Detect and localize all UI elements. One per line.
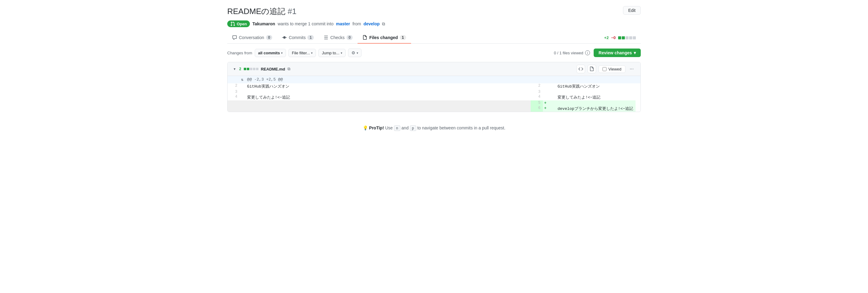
- left-marker-5: [240, 100, 245, 106]
- left-line-num-4: 4: [227, 94, 240, 100]
- raw-view-button[interactable]: [588, 65, 596, 73]
- all-commits-dropdown[interactable]: all commits ▾: [255, 49, 286, 57]
- hunk-header-row: ⇅ @@ -2,3 +2,5 @@: [227, 76, 641, 83]
- code-view-button[interactable]: [577, 65, 585, 73]
- pr-author: Takumaron: [252, 22, 275, 26]
- code-icon: [578, 67, 583, 71]
- diff-mini-bar: [244, 68, 258, 70]
- tab-commits[interactable]: Commits 1: [277, 32, 319, 44]
- diff-file-header-left: ▾ 2 README.md ⧉: [232, 66, 290, 72]
- review-changes-button[interactable]: Review changes ▾: [594, 48, 641, 57]
- collapse-button[interactable]: ▾: [232, 66, 237, 72]
- left-marker-2: [240, 83, 245, 89]
- diff-file-header: ▾ 2 README.md ⧉: [227, 62, 641, 76]
- gear-icon: ⚙: [351, 50, 355, 55]
- gear-dropdown[interactable]: ⚙ ▾: [348, 48, 362, 57]
- diff-bar-seg-5: [633, 36, 636, 39]
- review-changes-arrow: ▾: [634, 50, 636, 55]
- files-viewed-label: 0 / 1 files viewed: [554, 51, 583, 55]
- right-content-5: [555, 100, 636, 106]
- left-content-3: [245, 89, 531, 94]
- mini-bar-seg-2: [247, 68, 249, 70]
- toolbar: Changes from all commits ▾ File filter..…: [227, 48, 641, 57]
- diff-line-3: 4 変更してみたよ!<−追記 4 変更してみたよ!<−追記: [227, 94, 641, 100]
- toolbar-left: Changes from all commits ▾ File filter..…: [227, 48, 550, 57]
- tab-checks[interactable]: Checks 0: [319, 32, 358, 44]
- hunk-right-content: [636, 76, 641, 83]
- diff-line-5: 6 + developブランチから変更したよ!<−追記: [227, 106, 641, 112]
- mini-bar-seg-3: [250, 68, 252, 70]
- pr-title: READMEの追記 #1: [227, 6, 297, 17]
- pr-title-text: READMEの追記: [227, 7, 285, 16]
- pr-number: #1: [287, 7, 297, 16]
- tab-checks-count: 0: [346, 35, 353, 40]
- jump-to-dropdown[interactable]: Jump to... ▾: [318, 49, 345, 57]
- diff-bar: [618, 36, 636, 39]
- filename: README.md: [261, 67, 285, 71]
- diff-line-1: 2 GitHub実践ハンズオン 2 GitHub実践ハンズオン: [227, 83, 641, 89]
- edit-button[interactable]: Edit: [623, 6, 641, 15]
- pro-tip-icon: 💡: [363, 125, 368, 130]
- tab-conversation[interactable]: Conversation 0: [227, 32, 277, 44]
- pro-tip-bold: ProTip!: [369, 125, 384, 130]
- hunk-expand-icon: ⇅: [240, 76, 245, 83]
- right-marker-6: +: [543, 106, 555, 112]
- right-line-num-5: 5: [531, 100, 543, 106]
- pro-tip-text1: Use: [385, 125, 394, 130]
- from-text: from: [352, 22, 361, 26]
- mini-bar-seg-5: [256, 68, 258, 70]
- right-marker-2: [543, 83, 555, 89]
- right-line-num-3: 3: [531, 89, 543, 94]
- diff-line-2: 3 3: [227, 89, 641, 94]
- tab-conversation-count: 0: [266, 35, 273, 40]
- tab-files-changed-count: 1: [400, 35, 406, 40]
- jump-to-arrow: ▾: [341, 51, 342, 54]
- conversation-icon: [232, 35, 237, 40]
- tab-files-changed-label: Files changed: [369, 35, 398, 40]
- diff-file-header-right: Viewed ···: [577, 65, 636, 73]
- pro-tip-end: to navigate between commits in a pull re…: [417, 125, 505, 130]
- tabs-bar: Conversation 0 Commits 1 Checks 0 Files …: [227, 32, 641, 44]
- diff-additions-count: 2: [239, 67, 241, 71]
- copy-branch-icon[interactable]: ⧉: [382, 22, 385, 27]
- tab-files-changed[interactable]: Files changed 1: [358, 32, 411, 44]
- copy-filename-icon[interactable]: ⧉: [287, 67, 290, 71]
- files-changed-icon: [363, 35, 367, 40]
- hunk-right-num: [543, 76, 555, 83]
- file-filter-arrow: ▾: [311, 51, 313, 54]
- review-changes-label: Review changes: [598, 50, 632, 55]
- file-filter-dropdown[interactable]: File filter... ▾: [288, 49, 316, 57]
- left-line-num-3: 3: [227, 89, 240, 94]
- tab-commits-label: Commits: [289, 35, 306, 40]
- left-marker-6: [240, 106, 245, 112]
- base-branch-link[interactable]: master: [336, 22, 350, 26]
- diff-table: ⇅ @@ -2,3 +2,5 @@ 2 GitHub実践ハンズオン 2 GitH…: [227, 76, 641, 112]
- mini-bar-seg-4: [253, 68, 255, 70]
- pr-subtitle: Open Takumaron wants to merge 1 commit i…: [227, 21, 641, 27]
- left-line-num-2: 2: [227, 83, 240, 89]
- diff-bar-seg-1: [618, 36, 621, 39]
- more-options-button[interactable]: ···: [628, 66, 636, 72]
- all-commits-label: all commits: [258, 51, 280, 55]
- pr-description: wants to merge 1 commit into: [278, 22, 334, 26]
- open-badge: Open: [227, 21, 250, 27]
- toolbar-right: 0 / 1 files viewed i Review changes ▾: [554, 48, 641, 57]
- viewed-checkbox-button[interactable]: Viewed: [598, 65, 625, 73]
- changes-from-label: Changes from: [227, 51, 252, 55]
- diff-content: ⇅ @@ -2,3 +2,5 @@ 2 GitHub実践ハンズオン 2 GitH…: [227, 76, 641, 112]
- key-n: n: [394, 125, 400, 131]
- left-content-4: 変更してみたよ!<−追記: [245, 94, 531, 100]
- head-branch-link[interactable]: develop: [363, 22, 379, 26]
- viewed-checkbox[interactable]: [602, 67, 607, 71]
- left-line-num-6: [227, 106, 240, 112]
- right-marker-5: +: [543, 100, 555, 106]
- files-viewed-info-icon[interactable]: i: [585, 50, 590, 55]
- diff-line-4: 5 +: [227, 100, 641, 106]
- diff-bar-seg-2: [622, 36, 625, 39]
- left-marker-4: [240, 94, 245, 100]
- left-content-6: [245, 106, 531, 112]
- hunk-header-content: @@ -2,3 +2,5 @@: [245, 76, 543, 83]
- pro-tip: 💡 ProTip! Use n and p to navigate betwee…: [227, 119, 641, 137]
- right-marker-3: [543, 89, 555, 94]
- checks-icon: [323, 35, 329, 40]
